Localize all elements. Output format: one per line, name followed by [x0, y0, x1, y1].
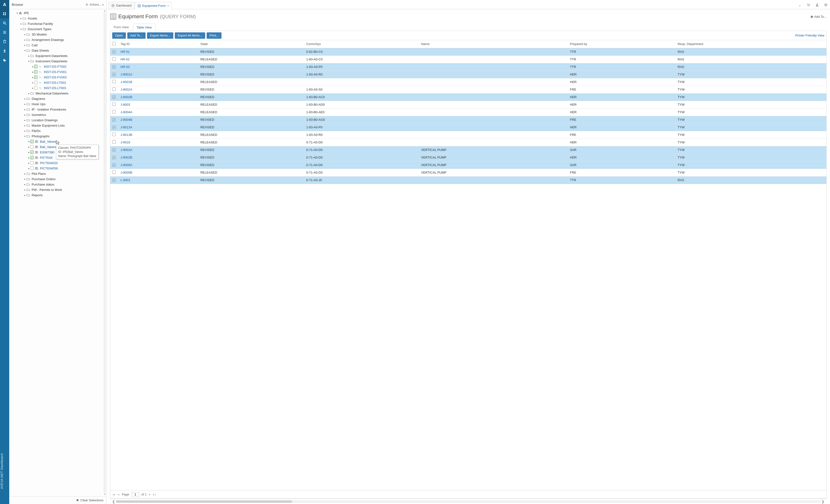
tag-id-link[interactable]: J-8013A: [121, 125, 132, 129]
tree-node[interactable]: ▾Photographs: [10, 133, 106, 139]
tree-node[interactable]: ▸IP - Isolation Procedures: [10, 107, 106, 112]
tag-id-link[interactable]: J-9005B: [121, 171, 132, 174]
tag-id-link[interactable]: J-8001B: [121, 80, 132, 84]
tree-twisty-icon[interactable]: ▸: [20, 17, 22, 20]
tree-node[interactable]: ▸✓TTINST-DS-FV001: [10, 69, 106, 74]
tree-twisty-icon[interactable]: ▸: [23, 178, 26, 181]
page-addto-button[interactable]: ⊕ Add To...: [810, 15, 827, 19]
tree-twisty-icon[interactable]: ▸: [23, 108, 26, 111]
tabbar-cart-icon[interactable]: [804, 1, 812, 9]
row-checkbox[interactable]: [112, 170, 116, 174]
tab-table-view[interactable]: Table View: [133, 24, 156, 31]
tabbar-user-icon[interactable]: [813, 1, 821, 9]
tree-twisty-icon[interactable]: ▸: [27, 167, 30, 170]
tree-twisty-icon[interactable]: ▸: [27, 156, 30, 159]
tag-id-link[interactable]: J-8003: [121, 103, 130, 106]
col-state[interactable]: State: [198, 40, 304, 48]
table-row[interactable]: HR-52RELEASED1-83-A0-C0TTRRAS: [110, 56, 826, 63]
tabbar-chevron-down-icon[interactable]: ⌄: [795, 1, 804, 9]
tree-node[interactable]: ▾IPE: [10, 10, 106, 15]
table-row[interactable]: ✓J-8002BREVISED1-83-B0-AC0HERTYW: [110, 93, 826, 101]
tree-twisty-icon[interactable]: ▾: [23, 135, 26, 137]
tree-node[interactable]: ▸Cad: [10, 42, 106, 48]
pager-next-icon[interactable]: ▸: [149, 493, 151, 496]
pager-page-input[interactable]: [132, 492, 139, 497]
table-row[interactable]: J-8518RELEASED0-71-A0-D0HERTYW: [110, 138, 826, 146]
table-row[interactable]: ✓J-9002AREVISED0-71-A0-D0VERTICAL PUMPSA…: [110, 146, 826, 154]
tag-id-link[interactable]: J-9002A: [121, 148, 132, 152]
tree-twisty-icon[interactable]: ▸: [27, 151, 30, 154]
tree-node[interactable]: ▸Purchase status: [10, 182, 106, 187]
tree-node[interactable]: ▸Equipment Datasheets: [10, 53, 106, 58]
tree-checkbox[interactable]: [30, 145, 34, 149]
tree-checkbox[interactable]: [30, 161, 34, 165]
tree-twisty-icon[interactable]: ▸: [23, 188, 26, 191]
tree-twisty-icon[interactable]: ▸: [23, 183, 26, 186]
row-checkbox[interactable]: ✓: [112, 148, 116, 152]
tag-id-link[interactable]: J-9002B: [121, 156, 132, 159]
col-prep[interactable]: Prepared by: [568, 40, 676, 48]
tree-checkbox[interactable]: [30, 166, 34, 170]
row-checkbox[interactable]: [112, 57, 116, 61]
tree-scroll[interactable]: ▾IPE▸Assets▸Functional Facility▾Document…: [9, 9, 106, 496]
table-row[interactable]: ✓J-8013AREVISED1-83-A0-P0HERTYW: [110, 123, 826, 131]
hscroll-left-icon[interactable]: ❮: [111, 500, 116, 504]
tree-checkbox[interactable]: ✓: [30, 151, 34, 154]
row-checkbox[interactable]: ✓: [112, 156, 116, 159]
tag-id-link[interactable]: J-8004A: [121, 110, 132, 114]
tree-node[interactable]: ▸✓TTINST-DS-FV003: [10, 74, 106, 80]
tree-node[interactable]: ▾Document Types: [10, 26, 106, 32]
tree-node[interactable]: ▸PW - Permits to Work: [10, 187, 106, 192]
tree-node[interactable]: ▸PICT634059: [10, 165, 106, 171]
export-items-button[interactable]: Export Items...: [147, 32, 173, 39]
tree-twisty-icon[interactable]: ▸: [23, 194, 26, 196]
rail-export-icon[interactable]: [0, 46, 9, 56]
hscroll-track[interactable]: [116, 500, 821, 503]
row-checkbox[interactable]: [112, 102, 116, 106]
tag-id-link[interactable]: HR-51: [121, 50, 130, 54]
printer-friendly-link[interactable]: Printer Friendly View: [795, 34, 824, 37]
tree-twisty-icon[interactable]: ▸: [27, 92, 30, 95]
tree-twisty-icon[interactable]: ▸: [31, 81, 34, 84]
table-row[interactable]: J-9005BRELEASED0-71-A0-D0VERTICAL PUMPFR…: [110, 169, 826, 176]
header-checkbox[interactable]: [110, 40, 119, 48]
tab-form-view[interactable]: Form View: [110, 23, 132, 31]
col-name[interactable]: Name: [419, 40, 568, 48]
row-checkbox[interactable]: ✓: [112, 118, 116, 122]
row-checkbox[interactable]: [112, 87, 116, 91]
tree-node[interactable]: ▸Assets: [10, 15, 106, 21]
tree-node[interactable]: ▸Diagrams: [10, 96, 106, 101]
print-button[interactable]: Print...: [206, 32, 222, 39]
tab-dashboard[interactable]: Dashboard: [108, 2, 134, 9]
table-row[interactable]: ✓L-8001REVISED0-71-A0-J0TTRRAS: [110, 176, 826, 184]
tag-id-link[interactable]: J-8002B: [121, 95, 132, 99]
tree-node[interactable]: ▸Hook Ups: [10, 101, 106, 107]
tag-id-link[interactable]: HR-52: [121, 58, 130, 61]
tree-twisty-icon[interactable]: ▸: [23, 38, 26, 41]
tree-twisty-icon[interactable]: ▸: [27, 55, 30, 57]
tree-node[interactable]: ▸Purchase Orders: [10, 176, 106, 182]
export-all-button[interactable]: Export All Items...: [175, 32, 205, 39]
tree-twisty-icon[interactable]: ▸: [23, 114, 26, 116]
row-checkbox[interactable]: [112, 140, 116, 144]
tree-checkbox[interactable]: ✓: [34, 70, 37, 73]
tag-id-link[interactable]: J-8001A: [121, 72, 132, 76]
table-row[interactable]: ✓J-9002BREVISED0-71-A0-D0VERTICAL PUMPHE…: [110, 154, 826, 161]
tree-twisty-icon[interactable]: ▸: [23, 172, 26, 175]
tabbar-help-icon[interactable]: ?: [822, 1, 830, 9]
open-button[interactable]: Open: [112, 32, 126, 39]
tag-id-link[interactable]: J-8518: [121, 140, 130, 144]
table-row[interactable]: J-8003RELEASED1-83-B0-AD0HERTYW: [110, 101, 826, 108]
tab-equipment-form[interactable]: Equipment Form ×: [135, 2, 172, 9]
pager-first-icon[interactable]: |◂: [113, 493, 115, 496]
row-checkbox[interactable]: ✓: [112, 126, 116, 129]
tree-twisty-icon[interactable]: ▸: [31, 65, 34, 68]
tree-node[interactable]: ▸PICT634020: [10, 160, 106, 165]
rail-chart-icon[interactable]: [0, 56, 9, 65]
tree-node[interactable]: ▾Data Sheets: [10, 48, 106, 53]
tree-twisty-icon[interactable]: ▸: [20, 22, 22, 25]
tree-twisty-icon[interactable]: ▸: [23, 103, 26, 105]
row-checkbox[interactable]: ✓: [112, 73, 116, 76]
tree-twisty-icon[interactable]: ▸: [23, 129, 26, 132]
tree-twisty-icon[interactable]: ▸: [31, 71, 34, 73]
